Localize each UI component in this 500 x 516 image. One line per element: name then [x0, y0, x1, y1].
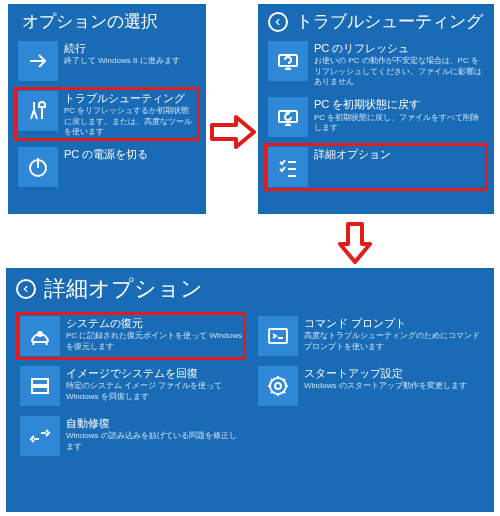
- image-recover-icon: [20, 366, 60, 406]
- panel-header: 詳細オプション: [6, 268, 494, 306]
- tile-title: 続行: [64, 41, 196, 55]
- tile-grid: システムの復元 PC に記録された復元ポイントを使って Windows を復元し…: [6, 306, 494, 466]
- svg-rect-4: [269, 329, 287, 343]
- tile-title: 自動修復: [66, 416, 242, 430]
- tile-desc: Windows のスタートアップ動作を変更します: [304, 381, 480, 391]
- flow-arrow-down-icon: [338, 222, 372, 264]
- power-icon: [18, 147, 58, 187]
- automatic-repair-tile[interactable]: 自動修復 Windows の読み込みを妨げている問題を修正します: [18, 414, 244, 458]
- checklist-icon: [268, 147, 308, 187]
- arrow-right-icon: [18, 41, 58, 81]
- screen-title: 詳細オプション: [44, 274, 203, 304]
- svg-point-8: [275, 383, 281, 389]
- tile-desc: お使いの PC の動作が不安定な場合は、PC をリフレッシュしてください。ファイ…: [314, 56, 484, 87]
- continue-tile[interactable]: 続行 終了して Windows 8 に進みます: [16, 39, 198, 83]
- refresh-pc-tile[interactable]: PC のリフレッシュ お使いの PC の動作が不安定な場合は、PC をリフレッシ…: [266, 39, 486, 89]
- tile-desc: 特定のシステム イメージ ファイルを使って Windows を回復します: [66, 381, 242, 402]
- svg-point-3: [38, 332, 42, 336]
- tile-title: スタートアップ設定: [304, 366, 480, 380]
- tile-title: 詳細オプション: [314, 147, 484, 161]
- command-prompt-tile[interactable]: コマンド プロンプト 高度なトラブルシューティングのためにコマンド プロンプトを…: [256, 314, 482, 358]
- tile-title: トラブルシューティング: [64, 91, 196, 105]
- tile-title: PC の電源を切る: [64, 147, 196, 161]
- tile-list: PC のリフレッシュ お使いの PC の動作が不安定な場合は、PC をリフレッシ…: [258, 35, 494, 197]
- cmd-icon: [258, 316, 298, 356]
- svg-rect-6: [32, 387, 48, 393]
- tile-title: PC を初期状態に戻す: [314, 97, 484, 111]
- system-restore-tile[interactable]: システムの復元 PC に記録された復元ポイントを使って Windows を復元し…: [18, 314, 244, 358]
- reset-pc-icon: [268, 97, 308, 137]
- tile-title: コマンド プロンプト: [304, 316, 480, 330]
- tile-desc: PC に記録された復元ポイントを使って Windows を復元します: [66, 331, 242, 352]
- screen-title: トラブルシューティング: [296, 10, 483, 33]
- back-button[interactable]: [268, 12, 288, 32]
- tile-title: イメージでシステムを回復: [66, 366, 242, 380]
- startup-settings-tile[interactable]: スタートアップ設定 Windows のスタートアップ動作を変更します: [256, 364, 482, 408]
- troubleshoot-screen: トラブルシューティング PC のリフレッシュ お使いの PC の動作が不安定な場…: [258, 4, 494, 214]
- restore-icon: [20, 316, 60, 356]
- flow-arrow-right-icon: [210, 115, 256, 149]
- reset-pc-tile[interactable]: PC を初期状態に戻す PC を初期状態に戻し、ファイルをすべて削除します: [266, 95, 486, 139]
- tile-title: システムの復元: [66, 316, 242, 330]
- tile-desc: Windows の読み込みを妨げている問題を修正します: [66, 431, 242, 452]
- tile-title: PC のリフレッシュ: [314, 41, 484, 55]
- advanced-options-screen: 詳細オプション システムの復元 PC に記録された復元ポイントを使って Wind…: [6, 268, 494, 512]
- back-button[interactable]: [16, 279, 36, 299]
- startup-icon: [258, 366, 298, 406]
- tile-list: 続行 終了して Windows 8 に進みます トラブルシューティング PC を…: [8, 35, 206, 197]
- choose-option-screen: オプションの選択 続行 終了して Windows 8 に進みます トラブルシュー…: [8, 4, 206, 214]
- tile-desc: 高度なトラブルシューティングのためにコマンド プロンプトを使います: [304, 331, 480, 352]
- advanced-options-tile[interactable]: 詳細オプション: [266, 145, 486, 189]
- screen-title: オプションの選択: [22, 10, 158, 33]
- shutdown-tile[interactable]: PC の電源を切る: [16, 145, 198, 189]
- tile-desc: PC をリフレッシュするか初期状態に戻します。または、高度なツールを使います: [64, 106, 196, 137]
- system-image-recovery-tile[interactable]: イメージでシステムを回復 特定のシステム イメージ ファイルを使って Windo…: [18, 364, 244, 408]
- tile-desc: 終了して Windows 8 に進みます: [64, 56, 196, 66]
- tools-icon: [18, 91, 58, 131]
- troubleshoot-tile[interactable]: トラブルシューティング PC をリフレッシュするか初期状態に戻します。または、高…: [16, 89, 198, 139]
- panel-header: トラブルシューティング: [258, 4, 494, 35]
- panel-header: オプションの選択: [8, 4, 206, 35]
- auto-repair-icon: [20, 416, 60, 456]
- refresh-pc-icon: [268, 41, 308, 81]
- tile-desc: PC を初期状態に戻し、ファイルをすべて削除します: [314, 113, 484, 134]
